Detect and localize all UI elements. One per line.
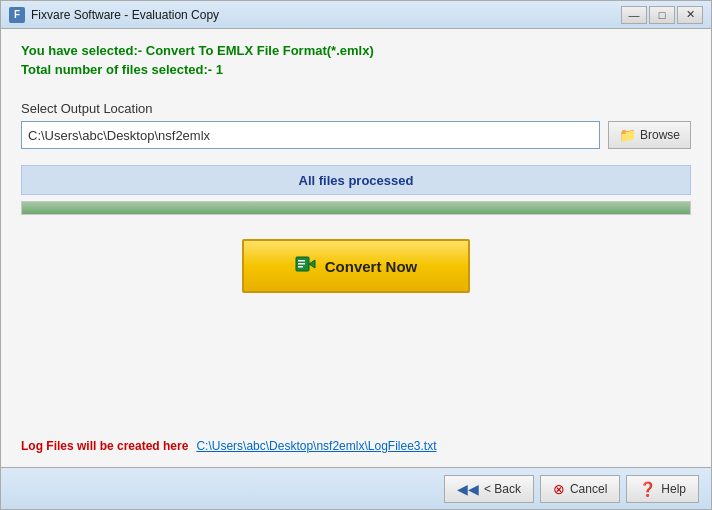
cancel-button[interactable]: ⊗ Cancel [540,475,620,503]
convert-section: Convert Now [21,239,691,293]
info-section: You have selected:- Convert To EMLX File… [21,43,691,81]
convert-now-label: Convert Now [325,258,418,275]
svg-rect-3 [298,263,305,265]
browse-label: Browse [640,128,680,142]
progress-bar-container [21,201,691,215]
location-input[interactable] [21,121,600,149]
status-bar: All files processed [21,165,691,195]
window-controls: — □ ✕ [621,6,703,24]
maximize-button[interactable]: □ [649,6,675,24]
back-button[interactable]: ◀◀ < Back [444,475,534,503]
progress-bar-fill [22,202,690,214]
selected-format-text: You have selected:- Convert To EMLX File… [21,43,691,58]
help-icon: ❓ [639,481,656,497]
location-section: Select Output Location 📁 Browse [21,101,691,149]
status-text: All files processed [299,173,414,188]
app-icon: F [9,7,25,23]
minimize-button[interactable]: — [621,6,647,24]
files-count-text: Total number of files selected:- 1 [21,62,691,77]
log-label: Log Files will be created here [21,439,188,453]
content-area: You have selected:- Convert To EMLX File… [1,29,711,467]
close-button[interactable]: ✕ [677,6,703,24]
convert-now-button[interactable]: Convert Now [242,239,470,293]
progress-section: All files processed [21,165,691,231]
cancel-label: Cancel [570,482,607,496]
location-row: 📁 Browse [21,121,691,149]
window-title: Fixvare Software - Evaluation Copy [31,8,621,22]
main-window: F Fixvare Software - Evaluation Copy — □… [0,0,712,510]
back-icon: ◀◀ [457,481,479,497]
svg-rect-4 [298,266,303,268]
browse-icon: 📁 [619,127,636,143]
back-label: < Back [484,482,521,496]
help-button[interactable]: ❓ Help [626,475,699,503]
location-label: Select Output Location [21,101,691,116]
bottom-bar: ◀◀ < Back ⊗ Cancel ❓ Help [1,467,711,509]
svg-marker-1 [309,260,315,268]
log-section: Log Files will be created here C:\Users\… [21,439,691,453]
help-label: Help [661,482,686,496]
title-bar: F Fixvare Software - Evaluation Copy — □… [1,1,711,29]
svg-rect-2 [298,260,305,262]
cancel-icon: ⊗ [553,481,565,497]
browse-button[interactable]: 📁 Browse [608,121,691,149]
log-link[interactable]: C:\Users\abc\Desktop\nsf2emlx\LogFilee3.… [196,439,436,453]
convert-icon [295,253,317,280]
